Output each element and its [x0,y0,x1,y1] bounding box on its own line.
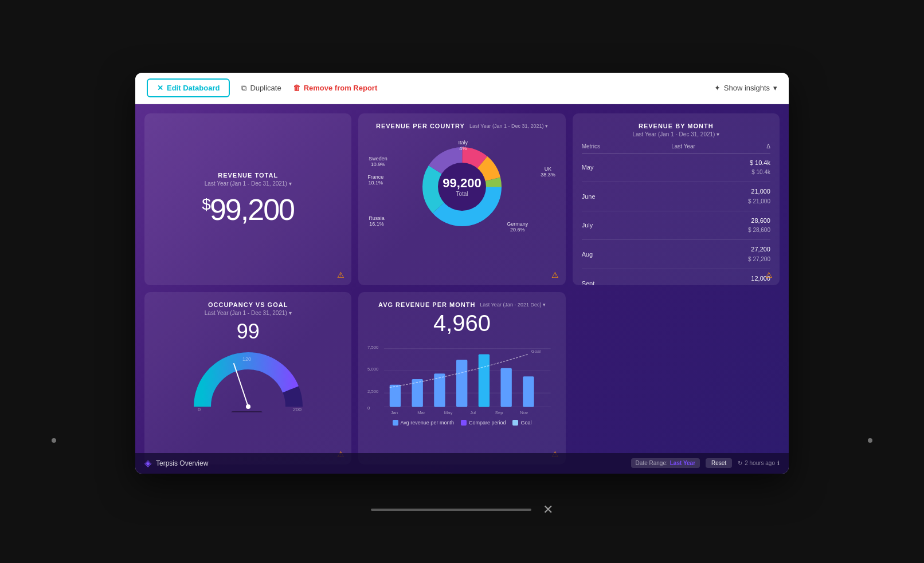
svg-text:Goal: Goal [531,349,541,354]
svg-text:7,500: 7,500 [367,345,378,350]
legend-dot [393,420,398,426]
svg-rect-28 [523,376,534,407]
svg-text:200: 200 [293,407,302,412]
revenue-per-country-title: REVENUE PER COUNTRY [376,123,465,129]
metrics-table: Metrics Last Year Δ May $ 10.4k $ 10.4k … [582,143,770,286]
edit-icon: ✕ [157,84,163,92]
svg-text:2,500: 2,500 [367,389,378,394]
germany-label: Germany20.6% [507,221,528,233]
revenue-by-month-title: REVENUE BY MONTH [582,123,770,129]
table-row: May $ 10.4k $ 10.4k [582,153,770,183]
avg-revenue-filter[interactable]: Last Year (Jan - 2021 Dec) ▾ [480,302,546,308]
close-button[interactable]: ✕ [543,502,553,517]
main-window: ✕ Edit Databoard ⧉ Duplicate 🗑 Remove fr… [135,73,789,474]
sweden-label: Sweden10.9% [369,156,387,167]
chevron-down-icon: ▾ [773,84,777,92]
gauge-chart: 0 120 200 82.5% [191,349,306,412]
trash-icon: 🗑 [293,84,300,92]
svg-rect-22 [390,385,401,407]
scroll-dot-right [868,438,872,443]
warning-icon-country: ⚠ [551,270,559,279]
footer-logo-icon: ◈ [144,458,151,468]
bottom-controls: ✕ [371,502,553,517]
footer-title: Terpsis Overview [156,459,208,467]
legend-dot [512,420,518,426]
uk-label: UK38.3% [541,166,555,178]
occupancy-subtitle[interactable]: Last Year (Jan 1 - Dec 31, 2021) ▾ [205,310,292,316]
russia-label: Russia16.1% [369,215,385,227]
table-row: Sept 12,000 $ 12,000 [582,269,770,285]
svg-rect-27 [501,368,512,407]
metrics-header: Metrics Last Year Δ [582,143,770,153]
remove-from-report-button[interactable]: 🗑 Remove from Report [293,84,378,92]
svg-text:Jul: Jul [471,410,476,415]
toolbar: ✕ Edit Databoard ⧉ Duplicate 🗑 Remove fr… [135,73,789,104]
revenue-total-value: $99,200 [202,192,294,227]
gauge-svg: 0 120 200 82.5% [191,349,306,412]
duplicate-button[interactable]: ⧉ Duplicate [241,84,281,93]
edit-databoard-button[interactable]: ✕ Edit Databoard [147,78,230,97]
table-row: July 28,600 $ 28,600 [582,211,770,241]
svg-text:120: 120 [242,356,251,362]
scroll-bar[interactable] [371,509,531,511]
avg-revenue-title: AVG REVENUE PER MONTH [378,301,475,308]
revenue-total-title: REVENUE TOTAL [218,172,278,179]
svg-text:Nov: Nov [520,410,528,415]
donut-chart: 99,200 Total Italy4% UK38.3% Germany20.6… [367,135,556,238]
revenue-total-card: REVENUE TOTAL Last Year (Jan 1 - Dec 31,… [144,113,351,286]
scroll-dot-left [52,438,56,443]
revenue-by-month-filter[interactable]: Last Year (Jan 1 - Dec 31, 2021) ▾ [582,131,770,137]
revenue-by-month-card: REVENUE BY MONTH Last Year (Jan 1 - Dec … [573,113,780,286]
svg-rect-26 [479,354,490,407]
date-range-badge: Date Range: Last Year [631,458,700,468]
occupancy-card: OCCUPANCY VS GOAL Last Year (Jan 1 - Dec… [144,292,351,464]
avg-revenue-card: AVG REVENUE PER MONTH Last Year (Jan - 2… [358,292,565,464]
chart-legend: Avg revenue per month Compare period Goa… [367,420,556,426]
table-row: Aug 27,200 $ 27,200 [582,240,770,269]
footer-controls: Date Range: Last Year Reset ↻ 2 hours ag… [631,458,780,468]
occupancy-value: 99 [237,320,260,344]
svg-text:Mar: Mar [418,410,426,415]
avg-revenue-value: 4,960 [367,310,556,336]
donut-center: 99,200 Total [443,176,481,197]
italy-label: Italy4% [458,140,468,151]
svg-text:0: 0 [367,405,370,411]
revenue-per-country-card: REVENUE PER COUNTRY Last Year (Jan 1 - D… [358,113,565,286]
svg-text:5,000: 5,000 [367,367,378,372]
insights-icon: ✦ [714,84,721,92]
svg-text:May: May [444,410,453,415]
legend-goal: Goal [512,420,531,426]
svg-line-10 [234,364,248,407]
dashboard-footer: ◈ Terpsis Overview Date Range: Last Year… [135,453,789,474]
legend-compare: Compare period [461,420,506,426]
svg-rect-25 [456,360,467,407]
svg-text:Sep: Sep [495,410,503,415]
france-label: France10.1% [367,174,383,186]
refresh-icon: ↻ [738,460,742,466]
dropdown-icon[interactable]: ▾ [289,180,292,187]
svg-text:Jan: Jan [391,410,398,415]
svg-point-11 [246,404,250,409]
copy-icon: ⧉ [241,84,246,93]
country-filter[interactable]: Last Year (Jan 1 - Dec 31, 2021) ▾ [469,123,548,129]
time-ago: ↻ 2 hours ago ℹ [738,460,780,466]
table-row: June 21,000 $ 21,000 [582,182,770,211]
legend-dot [461,420,467,426]
warning-icon-month: ⚠ [765,270,773,279]
bar-chart-svg: 7,500 5,000 2,500 0 [367,342,556,416]
revenue-total-subtitle: Last Year (Jan 1 - Dec 31, 2021) ▾ [205,180,292,187]
svg-text:0: 0 [198,407,201,412]
dashboard-area: REVENUE TOTAL Last Year (Jan 1 - Dec 31,… [135,104,789,474]
svg-rect-12 [231,411,263,412]
info-icon: ℹ [777,460,780,466]
warning-icon: ⚠ [337,270,344,279]
legend-avg-revenue: Avg revenue per month [393,420,454,426]
occupancy-title: OCCUPANCY VS GOAL [208,301,288,308]
bar-chart: 7,500 5,000 2,500 0 [367,342,556,416]
show-insights-button[interactable]: ✦ Show insights ▾ [714,84,777,92]
reset-button[interactable]: Reset [706,458,732,468]
